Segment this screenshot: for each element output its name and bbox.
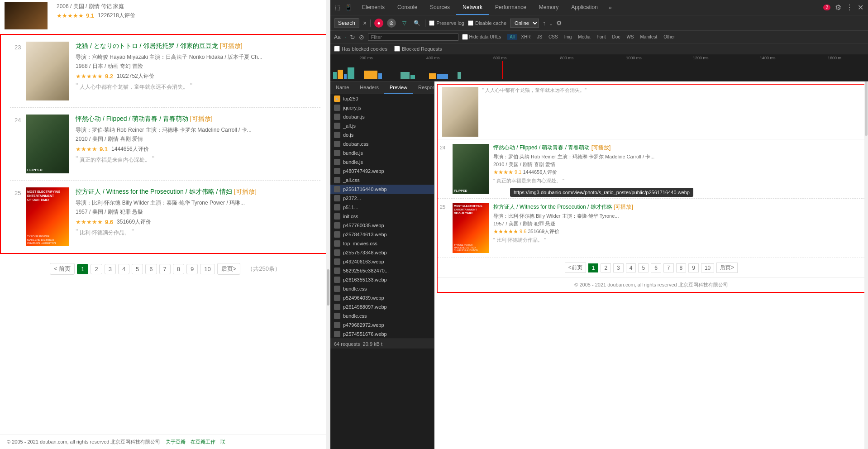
preview-prev-btn[interactable]: <前页 <box>565 263 586 273</box>
list-item[interactable]: init.css <box>330 212 434 221</box>
list-item[interactable]: douban.css <box>330 139 434 148</box>
list-item[interactable]: p2557573348.webp <box>330 248 434 257</box>
devtools-timeline[interactable]: 200 ms 400 ms 600 ms 800 ms 1000 ms 1200… <box>330 54 868 81</box>
type-btn-js[interactable]: JS <box>534 34 545 40</box>
settings-icon[interactable]: ⚙ <box>835 3 841 12</box>
online-select[interactable]: Online <box>510 19 539 28</box>
page-btn-7[interactable]: 7 <box>159 264 171 274</box>
list-item[interactable]: bundle.js <box>330 148 434 158</box>
page-btn-10[interactable]: 10 <box>200 264 215 274</box>
list-item[interactable]: bundle.css <box>330 284 434 293</box>
list-item[interactable]: p2614988097.webp <box>330 302 434 311</box>
page-btn-8[interactable]: 8 <box>173 264 184 274</box>
type-btn-img[interactable]: Img <box>562 34 575 40</box>
next-page-btn[interactable]: 后页> <box>217 263 241 275</box>
list-item[interactable]: ▶ top250 <box>330 94 434 103</box>
movie-title-23[interactable]: 龙猫 / となりのトトロ / 邻居托托罗 / 邻家的豆豆龙 [可播放] <box>76 42 316 51</box>
preview-page-5[interactable]: 5 <box>638 263 649 272</box>
stop-btn[interactable]: ⊘ <box>387 19 396 28</box>
preview-scrollbar[interactable] <box>864 81 868 449</box>
list-item[interactable]: _all.css <box>330 176 434 185</box>
tab-elements[interactable]: Elements <box>356 0 391 15</box>
search-close-icon[interactable]: × <box>363 19 367 27</box>
list-item[interactable]: p479682972.webp <box>330 320 434 330</box>
has-blocked-cookies-checkbox[interactable] <box>334 46 340 52</box>
preview-content[interactable]: " 人人心中都有个龙猫，童年就永远不会消失。" https://img3.dou… <box>438 85 865 292</box>
list-item[interactable]: p511... <box>330 203 434 212</box>
list-item[interactable]: p2578474613.webp <box>330 230 434 239</box>
preview-next-btn[interactable]: 后页> <box>716 263 738 273</box>
preview-page-9[interactable]: 9 <box>688 263 699 272</box>
page-btn-1[interactable]: 1 <box>77 264 88 274</box>
preview-page-3[interactable]: 3 <box>613 263 624 272</box>
network-settings-icon[interactable]: ⚙ <box>556 19 562 27</box>
list-item[interactable]: p2561716440.webp <box>330 185 434 194</box>
more-options-icon[interactable]: ⋮ <box>846 3 853 12</box>
filter-icon[interactable]: ▽ <box>400 19 409 28</box>
jobs-link[interactable]: 在豆瓣工作 <box>191 439 215 444</box>
preserve-log-checkbox[interactable] <box>429 20 434 26</box>
list-item[interactable]: p2574551676.webp <box>330 330 434 339</box>
list-item[interactable]: jquery.js <box>330 103 434 112</box>
list-item[interactable]: p524964039.webp <box>330 293 434 302</box>
about-link[interactable]: 关于豆瓣 <box>166 439 186 444</box>
tab-performance[interactable]: Performance <box>489 0 533 15</box>
type-btn-font[interactable]: Font <box>594 34 609 40</box>
subtab-headers[interactable]: Headers <box>354 81 384 94</box>
back-icon[interactable]: ⊘ <box>359 33 364 41</box>
page-btn-4[interactable]: 4 <box>118 264 129 274</box>
list-item[interactable]: bundle.css <box>330 311 434 320</box>
type-btn-ws[interactable]: WS <box>624 34 636 40</box>
preview-page-7[interactable]: 7 <box>663 263 674 272</box>
device-icon[interactable]: 📱 <box>345 4 352 11</box>
page-btn-9[interactable]: 9 <box>186 264 198 274</box>
preview-page-6[interactable]: 6 <box>651 263 661 272</box>
devtools-file-list[interactable]: ▶ top250 jquery.js douban.js _all.js <box>330 94 434 339</box>
movie-title-24[interactable]: 怦然心动 / Flipped / 萌动青春 / 青春萌动 [可播放] <box>76 115 316 124</box>
inspect-icon[interactable]: ⬚ <box>334 4 341 11</box>
close-devtools-icon[interactable]: ✕ <box>858 3 863 12</box>
filter-input[interactable] <box>371 34 455 40</box>
preview-scrollbar-thumb[interactable] <box>865 81 868 136</box>
type-btn-xhr[interactable]: XHR <box>518 34 533 40</box>
tab-memory[interactable]: Memory <box>533 0 565 15</box>
list-item[interactable]: p480747492.webp <box>330 167 434 176</box>
page-btn-6[interactable]: 6 <box>145 264 157 274</box>
search-network-icon[interactable]: 🔍 <box>412 19 421 28</box>
subtab-response[interactable]: Response <box>413 81 434 94</box>
type-btn-all[interactable]: All <box>507 34 517 40</box>
list-item[interactable]: douban.js <box>330 112 434 121</box>
left-scrollbar-thumb[interactable] <box>327 269 329 306</box>
list-item[interactable]: top_movies.css <box>330 239 434 248</box>
tab-network[interactable]: Network <box>456 0 489 15</box>
left-scrollbar[interactable] <box>326 0 330 449</box>
refresh-icon[interactable]: ↻ <box>350 33 355 41</box>
type-btn-media[interactable]: Media <box>575 34 593 40</box>
type-btn-css[interactable]: CSS <box>546 34 561 40</box>
tab-sources[interactable]: Sources <box>424 0 456 15</box>
preview-page-4[interactable]: 4 <box>626 263 636 272</box>
preview-title-25[interactable]: 控方证人 / Witness for the Prosecution / 雄才伟… <box>493 203 863 211</box>
list-item[interactable]: _all.js <box>330 121 434 130</box>
page-btn-3[interactable]: 3 <box>105 264 116 274</box>
subtab-preview[interactable]: Preview <box>384 81 413 94</box>
type-btn-manifest[interactable]: Manifest <box>638 34 660 40</box>
tab-application[interactable]: Application <box>565 0 604 15</box>
more-tabs-btn[interactable]: » <box>604 0 616 15</box>
list-item[interactable]: bundle.js <box>330 158 434 167</box>
preview-page-1[interactable]: 1 <box>588 263 599 272</box>
blocked-requests-checkbox[interactable] <box>394 46 400 52</box>
subtab-name[interactable]: Name <box>330 81 354 94</box>
list-item[interactable]: 562925b5e382470... <box>330 266 434 275</box>
preview-page-8[interactable]: 8 <box>676 263 687 272</box>
list-item[interactable]: p2372... <box>330 194 434 203</box>
preview-page-2[interactable]: 2 <box>601 263 611 272</box>
preview-page-10[interactable]: 10 <box>701 263 714 272</box>
movie-title-25[interactable]: 控方证人 / Witness for the Prosecution / 雄才伟… <box>76 187 316 196</box>
page-btn-5[interactable]: 5 <box>132 264 143 274</box>
preview-title-24[interactable]: 怦然心动 / Flipped / 萌动青春 / 青春萌动 [可播放] <box>493 144 863 152</box>
page-btn-2[interactable]: 2 <box>91 264 102 274</box>
list-item[interactable]: p2616355133.webp <box>330 275 434 284</box>
list-item[interactable]: do.js <box>330 130 434 139</box>
disable-cache-checkbox[interactable] <box>468 20 473 26</box>
